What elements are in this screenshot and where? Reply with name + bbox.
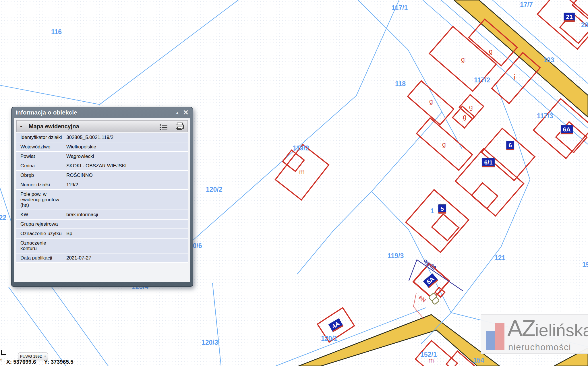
field-value — [65, 190, 188, 210]
panel-title: Informacja o obiekcie — [16, 109, 77, 116]
field-value — [65, 239, 188, 253]
agency-logo: AZielińska nieruchomości — [481, 314, 588, 354]
field-value: Wągrowiecki — [65, 152, 188, 161]
attribute-row: PowiatWągrowiecki — [16, 152, 188, 161]
section-header: - Mapa ewidencyjna — [16, 120, 188, 132]
field-value: brak informacji — [65, 210, 188, 219]
attribute-list-icon[interactable] — [159, 123, 168, 130]
attribute-row: WojewództwoWielkopolskie — [16, 142, 188, 152]
field-value: Wielkopolskie — [65, 142, 188, 151]
y-value: 373965.5 — [51, 359, 73, 365]
gis-app: 116117/117/728103117/2118117/3119/2120/2… — [0, 0, 588, 366]
panel-titlebar[interactable]: Informacja o obiekcie ▲ ✕ — [11, 107, 193, 118]
attribute-row: GminaSKOKI - OBSZAR WIEJSKI — [16, 161, 188, 171]
x-label: X: — [6, 359, 12, 365]
attribute-row: KWbrak informacji — [16, 210, 188, 220]
field-label: Pole pow. w ewidencji gruntów (ha) — [16, 190, 65, 210]
field-label: Identyfikator działki — [16, 133, 65, 142]
y-label: Y: — [44, 359, 49, 365]
panel-content: - Mapa ewidencyjna — [14, 118, 190, 282]
field-label: Data publikacji — [16, 253, 65, 262]
attribute-row: Grupa rejestrowa — [16, 220, 188, 229]
field-label: Powiat — [16, 152, 65, 161]
projection-value: PUWG 1992 — [20, 354, 42, 359]
close-icon[interactable]: ✕ — [183, 110, 189, 115]
attribute-table: Identyfikator działki302805_5.0021.119/2… — [16, 133, 188, 263]
field-label: Województwo — [16, 142, 65, 151]
logo-brand-az: AZ — [507, 315, 535, 341]
attribute-row: Oznaczenie użytkuBp — [16, 229, 188, 239]
field-value: 302805_5.0021.119/2 — [65, 133, 188, 142]
section-collapse-button[interactable]: - — [20, 125, 22, 128]
field-label: Gmina — [16, 161, 65, 170]
field-label: KW — [16, 210, 65, 219]
logo-bar-blue-icon — [486, 331, 496, 350]
attribute-row: Identyfikator działki302805_5.0021.119/2 — [16, 133, 188, 142]
field-value: ROŚCINNO — [65, 171, 188, 180]
scalebar-corner-mark — [1, 350, 6, 355]
field-value: Bp — [65, 229, 188, 238]
print-icon[interactable] — [175, 123, 184, 130]
field-label: Obręb — [16, 171, 65, 180]
ditto-mark: ” — [0, 358, 3, 364]
field-value — [65, 220, 188, 228]
attribute-row: Numer działki119/2 — [16, 180, 188, 190]
field-value: 2021-07-27 — [65, 253, 188, 262]
field-value: 119/2 — [65, 180, 188, 189]
attribute-row: Pole pow. w ewidencji gruntów (ha) — [16, 190, 188, 210]
info-panel-window: Informacja o obiekcie ▲ ✕ - Mapa ewidenc… — [11, 107, 193, 287]
field-label: Oznaczenie użytku — [16, 229, 65, 238]
section-title: Mapa ewidencyjna — [29, 123, 159, 130]
attribute-row: Oznaczenie konturu — [16, 239, 188, 253]
logo-brand-rest: ielińska — [535, 321, 588, 340]
attribute-row: ObrębROŚCINNO — [16, 171, 188, 180]
field-label: Grupa rejestrowa — [16, 220, 65, 228]
field-value: SKOKI - OBSZAR WIEJSKI — [65, 161, 188, 170]
select-arrows-icon: ▲▼ — [44, 355, 46, 358]
logo-bar-pink-icon — [495, 323, 504, 350]
panel-collapse-icon[interactable]: ▲ — [175, 110, 179, 115]
field-label: Numer działki — [16, 180, 65, 189]
field-label: Oznaczenie konturu — [16, 239, 65, 253]
attribute-row: Data publikacji2021-07-27 — [16, 253, 188, 263]
x-value: 537699.6 — [13, 359, 36, 365]
coordinates-readout: X: 537699.6 Y: 373965.5 — [6, 359, 74, 365]
logo-subtitle: nieruchomości — [508, 342, 571, 353]
